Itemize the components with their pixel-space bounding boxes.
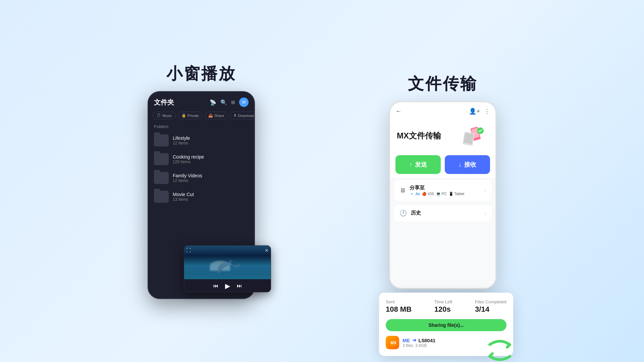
peer-me-label: ME — [402, 338, 410, 343]
folder-name-cooking: Cooking recipe — [173, 154, 204, 160]
more-options-icon[interactable]: ⋮ — [484, 108, 490, 115]
folder-count-family: 12 Items — [173, 178, 202, 183]
right-section: 文件传输 ← 👤+ ⋮ MX文件传输 — [389, 73, 496, 289]
folder-item-family[interactable]: Family Videos 12 Items — [149, 169, 254, 187]
share-to-menu-item[interactable]: 🖥 分享至 🔹 Jio 🍎 iOS 💻 PC 📱 Tablet — [394, 180, 491, 201]
tab-private[interactable]: 🔒 Private — [178, 112, 203, 119]
phone-header: 文件夹 📡 🔍 ⊞ M — [149, 92, 254, 110]
phone-header-title: 文件夹 — [154, 98, 174, 107]
folders-label: Folders — [149, 122, 254, 131]
refresh-arrows — [483, 335, 517, 362]
send-icon: ↑ — [409, 161, 412, 168]
left-section: 小窗播放 文件夹 📡 🔍 ⊞ M — [148, 63, 255, 299]
receive-label: 接收 — [464, 161, 476, 169]
folder-text-movie: Movie Cut 13 Items — [173, 192, 194, 202]
share-to-title: 分享至 — [410, 185, 464, 191]
download-tab-label: Download — [238, 114, 254, 118]
folder-icon-family — [154, 172, 169, 184]
avatar-icon[interactable]: M — [239, 98, 249, 107]
folder-name-family: Family Videos — [173, 173, 202, 178]
peer-info: ME ➜ L58041 3 files. 3.6GB — [402, 337, 435, 348]
peer-device-label: L58041 — [419, 338, 436, 343]
share-to-content: 分享至 🔹 Jio 🍎 iOS 💻 PC 📱 Tablet — [410, 185, 464, 196]
tab-share[interactable]: 📤 Share — [205, 112, 228, 119]
transfer-stats: Sent 108 MB Time Left 120s Files Complet… — [386, 299, 506, 314]
private-tab-label: Private — [187, 114, 199, 118]
white-header-icons: 👤+ ⋮ — [469, 108, 490, 115]
folder-text-lifestyle: Lifestyle 12 Items — [173, 135, 190, 145]
sent-value: 108 MB — [386, 305, 412, 314]
folder-text-cooking: Cooking recipe 129 Items — [173, 154, 204, 164]
history-icon: 🕐 — [399, 209, 407, 217]
sent-label: Sent — [386, 299, 412, 304]
download-tab-icon: ⬇ — [233, 113, 236, 118]
prev-button[interactable]: ⏮ — [213, 283, 218, 289]
add-user-icon[interactable]: 👤+ — [469, 108, 480, 115]
music-tab-label: Music — [162, 114, 172, 118]
page-container: 小窗播放 文件夹 📡 🔍 ⊞ M — [80, 0, 564, 362]
white-phone-header: ← 👤+ ⋮ — [390, 102, 495, 120]
history-menu-item[interactable]: 🕐 历史 › — [394, 205, 491, 222]
left-title: 小窗播放 — [166, 63, 236, 84]
illustration-svg — [462, 126, 489, 146]
share-to-left: 🖥 分享至 🔹 Jio 🍎 iOS 💻 PC 📱 Tablet — [399, 185, 464, 196]
mx-avatar-icon: MX — [388, 339, 396, 347]
history-content: 历史 — [411, 210, 421, 217]
folder-icon-cooking — [154, 153, 169, 165]
right-phone-screen: ← 👤+ ⋮ MX文件传输 — [390, 102, 495, 288]
svg-rect-5 — [464, 133, 474, 144]
history-title: 历史 — [411, 210, 421, 216]
mx-logo: MX文件传输 — [397, 130, 441, 141]
mini-player-video: ⛶ ✕ — [184, 246, 271, 279]
play-button[interactable]: ▶ — [225, 282, 230, 290]
folder-text-family: Family Videos 12 Items — [173, 173, 202, 183]
expand-icon[interactable]: ⛶ — [186, 248, 191, 253]
refresh-arrows-svg — [483, 335, 517, 362]
action-buttons: ↑ 发送 ↓ 接收 — [390, 151, 495, 178]
transfer-hero: MX文件传输 — [390, 120, 495, 151]
stat-sent: Sent 108 MB — [386, 299, 412, 314]
folder-count-movie: 13 Items — [173, 197, 194, 202]
peer-files-info: 3 files. 3.6GB — [402, 343, 435, 348]
receive-icon: ↓ — [459, 161, 462, 168]
share-tab-icon: 📤 — [208, 113, 213, 118]
folder-item-movie[interactable]: Movie Cut 13 Items — [149, 187, 254, 206]
files-label: Files Completed — [475, 299, 506, 304]
progress-text: Sharing file(s)... — [428, 322, 464, 328]
tabs-row: 🎵 Music 🔒 Private 📤 Share ⬇ — [149, 110, 254, 122]
edit-icon[interactable]: ⊞ — [231, 100, 235, 105]
tab-music[interactable]: 🎵 Music — [153, 112, 176, 119]
share-tab-label: Share — [214, 114, 224, 118]
svg-point-0 — [233, 263, 234, 265]
mini-controls: ⏮ ▶ ⏭ — [184, 279, 271, 292]
peer-arrow-icon: ➜ — [412, 337, 417, 343]
cast-icon[interactable]: 📡 — [210, 99, 216, 106]
send-button[interactable]: ↑ 发送 — [395, 155, 441, 174]
next-button[interactable]: ⏭ — [237, 283, 242, 289]
tab-download[interactable]: ⬇ Download — [230, 112, 254, 119]
stat-files: Files Completed 3/14 — [475, 299, 506, 314]
folder-icon-lifestyle — [154, 134, 169, 146]
platform-tablet: 📱 Tablet — [449, 192, 464, 196]
receive-button[interactable]: ↓ 接收 — [445, 155, 490, 174]
share-to-subtitle: 🔹 Jio 🍎 iOS 💻 PC 📱 Tablet — [410, 192, 464, 196]
time-label: Time Left — [434, 299, 452, 304]
mini-close-icon[interactable]: ✕ — [265, 248, 269, 253]
mini-player: ⛶ ✕ ⏮ ▶ ⏭ — [184, 245, 271, 292]
phone-illustration — [462, 126, 489, 146]
folder-name-lifestyle: Lifestyle — [173, 135, 190, 141]
folder-name-movie: Movie Cut — [173, 192, 194, 197]
folder-count-cooking: 129 Items — [173, 160, 204, 164]
peer-names: ME ➜ L58041 — [402, 337, 435, 343]
share-to-arrow: › — [484, 188, 486, 193]
platform-ios: 🍎 iOS — [422, 192, 434, 196]
folder-item-cooking[interactable]: Cooking recipe 129 Items — [149, 150, 254, 169]
files-value: 3/14 — [475, 305, 506, 314]
folder-item-lifestyle[interactable]: Lifestyle 12 Items — [149, 131, 254, 150]
time-value: 120s — [434, 305, 452, 314]
search-icon[interactable]: 🔍 — [220, 99, 227, 106]
monitor-icon: 🖥 — [399, 187, 406, 194]
back-button[interactable]: ← — [395, 108, 401, 115]
platform-pc: 💻 PC — [436, 192, 447, 196]
private-tab-icon: 🔒 — [181, 113, 186, 118]
